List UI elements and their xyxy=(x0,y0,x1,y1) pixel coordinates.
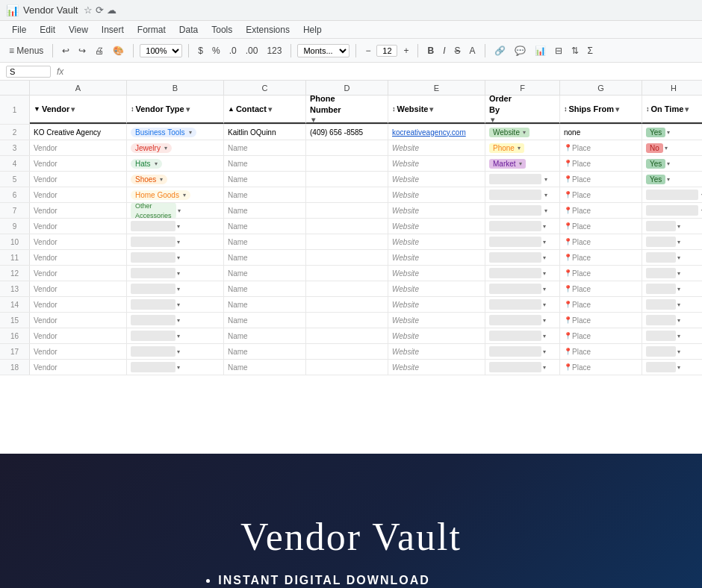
history-icon[interactable]: ⟳ xyxy=(96,4,104,16)
cell-phone-17[interactable] xyxy=(306,344,388,359)
cell-vendor-3[interactable]: Vendor xyxy=(30,156,127,171)
cell-type-2[interactable]: Jewelry ▾ xyxy=(127,140,224,155)
cell-vendor-1[interactable]: KO Creative Agency xyxy=(30,125,127,140)
cell-ontime-5[interactable]: ▾ xyxy=(642,187,702,202)
cell-type-3[interactable]: Hats ▾ xyxy=(127,156,224,171)
cell-phone-12[interactable] xyxy=(306,266,388,281)
italic-btn[interactable]: I xyxy=(440,44,448,57)
order-dropdown-2[interactable]: ▾ xyxy=(518,145,521,151)
cell-ships-10[interactable]: 📍 Place xyxy=(560,234,642,249)
menu-help[interactable]: Help xyxy=(297,23,328,37)
cell-ships-1[interactable]: none xyxy=(560,125,642,140)
menu-view[interactable]: View xyxy=(63,23,94,37)
cell-type-11[interactable]: ▾ xyxy=(127,250,224,265)
ontime-dropdown-4[interactable]: ▾ xyxy=(667,176,670,183)
cell-contact-11[interactable]: Name xyxy=(224,250,306,265)
ontime-dropdown-2[interactable]: ▾ xyxy=(665,145,668,151)
link-btn[interactable]: 🔗 xyxy=(491,44,509,57)
cell-ships-14[interactable]: 📍 Place xyxy=(560,297,642,312)
cell-website-6[interactable]: Website xyxy=(388,203,485,218)
header-contact[interactable]: ▲ Contact ▾ xyxy=(224,96,306,124)
cell-vendor-6[interactable]: Vendor xyxy=(30,203,127,218)
header-vendor[interactable]: ▼ Vendor ▾ xyxy=(30,96,127,124)
cell-vendor-2[interactable]: Vendor xyxy=(30,140,127,155)
zoom-select[interactable]: 100% xyxy=(140,44,182,57)
cell-phone-16[interactable] xyxy=(306,328,388,343)
cell-type-17[interactable]: ▾ xyxy=(127,344,224,359)
type-dropdown-3[interactable]: ▾ xyxy=(155,160,158,167)
menus-btn[interactable]: ≡ Menus xyxy=(6,44,46,57)
cell-website-17[interactable]: Website xyxy=(388,344,485,359)
cell-ships-2[interactable]: 📍 Place xyxy=(560,140,642,155)
formula-input[interactable] xyxy=(69,66,696,77)
header-phone[interactable]: Phone Number ▾ xyxy=(306,96,388,124)
cell-order-13[interactable]: ▾ xyxy=(485,281,560,296)
cell-contact-16[interactable]: Name xyxy=(224,328,306,343)
order-dropdown-4[interactable]: ▾ xyxy=(544,176,547,183)
cell-ontime-6[interactable]: ▾ xyxy=(642,203,702,218)
cell-ontime-4[interactable]: Yes ▾ xyxy=(642,172,702,187)
cell-vendor-9[interactable]: Vendor xyxy=(30,219,127,234)
cell-phone-13[interactable] xyxy=(306,281,388,296)
cell-contact-13[interactable]: Name xyxy=(224,281,306,296)
cell-contact-18[interactable]: Name xyxy=(224,360,306,375)
col-header-a[interactable]: A xyxy=(30,81,127,95)
cell-phone-9[interactable] xyxy=(306,219,388,234)
cell-contact-2[interactable]: Name xyxy=(224,140,306,155)
cell-order-16[interactable]: ▾ xyxy=(485,328,560,343)
type-dropdown-2[interactable]: ▾ xyxy=(164,145,167,151)
header-ships-from[interactable]: ↕ Ships From ▾ xyxy=(560,96,642,124)
cell-website-4[interactable]: Website xyxy=(388,172,485,187)
cell-ships-15[interactable]: 📍 Place xyxy=(560,313,642,328)
cell-ontime-15[interactable]: ▾ xyxy=(642,313,702,328)
font-size-dec-btn[interactable]: − xyxy=(362,44,373,57)
col-header-h[interactable]: H xyxy=(642,81,702,95)
font-select[interactable]: Monts... xyxy=(297,44,350,57)
cell-ships-9[interactable]: 📍 Place xyxy=(560,219,642,234)
cell-contact-5[interactable]: Name xyxy=(224,187,306,202)
text-color-btn[interactable]: A xyxy=(467,44,479,57)
currency-btn[interactable]: $ xyxy=(195,44,206,57)
cloud-icon[interactable]: ☁ xyxy=(107,4,117,16)
header-vendor-type[interactable]: ↕ Vendor Type ▾ xyxy=(127,96,224,124)
cell-type-10[interactable]: ▾ xyxy=(127,234,224,249)
cell-order-9[interactable]: ▾ xyxy=(485,219,560,234)
cell-contact-10[interactable]: Name xyxy=(224,234,306,249)
cell-phone-10[interactable] xyxy=(306,234,388,249)
cell-ontime-1[interactable]: Yes ▾ xyxy=(642,125,702,140)
cell-ontime-18[interactable]: ▾ xyxy=(642,360,702,375)
cell-vendor-16[interactable]: Vendor xyxy=(30,328,127,343)
cell-website-15[interactable]: Website xyxy=(388,313,485,328)
cell-vendor-4[interactable]: Vendor xyxy=(30,172,127,187)
cell-ontime-13[interactable]: ▾ xyxy=(642,281,702,296)
cell-phone-14[interactable] xyxy=(306,297,388,312)
cell-ontime-10[interactable]: ▾ xyxy=(642,234,702,249)
cell-ref-input[interactable] xyxy=(6,66,51,78)
order-dropdown-3[interactable]: ▾ xyxy=(519,160,522,167)
website-link-1[interactable]: kocreativeagency.com xyxy=(392,128,466,137)
bold-btn[interactable]: B xyxy=(424,44,437,57)
cell-ships-6[interactable]: 📍 Place xyxy=(560,203,642,218)
cell-website-1[interactable]: kocreativeagency.com xyxy=(388,125,485,140)
cell-website-5[interactable]: Website xyxy=(388,187,485,202)
menu-format[interactable]: Format xyxy=(131,23,172,37)
cell-vendor-15[interactable]: Vendor xyxy=(30,313,127,328)
cell-vendor-14[interactable]: Vendor xyxy=(30,297,127,312)
menu-edit[interactable]: Edit xyxy=(34,23,61,37)
cell-ships-12[interactable]: 📍 Place xyxy=(560,266,642,281)
cell-ships-17[interactable]: 📍 Place xyxy=(560,344,642,359)
cell-order-6[interactable]: ▾ xyxy=(485,203,560,218)
type-dropdown-5[interactable]: ▾ xyxy=(183,192,186,198)
cell-vendor-10[interactable]: Vendor xyxy=(30,234,127,249)
cell-ships-5[interactable]: 📍 Place xyxy=(560,187,642,202)
type-dropdown-1[interactable]: ▾ xyxy=(189,129,192,136)
cell-phone-11[interactable] xyxy=(306,250,388,265)
decimal-inc-btn[interactable]: .00 xyxy=(243,44,261,57)
cell-type-15[interactable]: ▾ xyxy=(127,313,224,328)
cell-phone-4[interactable] xyxy=(306,172,388,187)
cell-ships-3[interactable]: 📍 Place xyxy=(560,156,642,171)
cell-website-3[interactable]: Website xyxy=(388,156,485,171)
cell-phone-6[interactable] xyxy=(306,203,388,218)
cell-vendor-11[interactable]: Vendor xyxy=(30,250,127,265)
menu-insert[interactable]: Insert xyxy=(96,23,130,37)
